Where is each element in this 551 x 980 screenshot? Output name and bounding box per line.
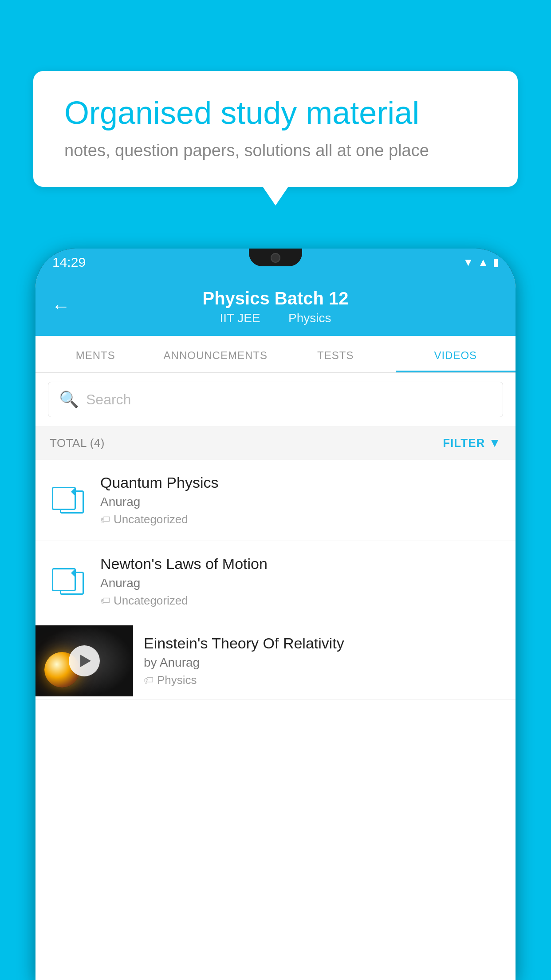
subtitle-iitjee: IIT JEE [220,311,260,325]
documents-icon [52,568,84,595]
video-icon-wrap [48,487,88,514]
tag-label: Physics [157,673,197,687]
filter-icon: ▼ [488,436,501,450]
play-icon [80,655,91,667]
video-author: Anurag [100,495,503,509]
app-subtitle: IIT JEE Physics [53,311,498,325]
video-info: Einstein's Theory Of Relativity by Anura… [133,622,516,699]
video-tag: 🏷 Uncategorized [100,513,503,526]
documents-icon [52,487,84,514]
battery-icon: ▮ [493,256,499,269]
video-info: Quantum Physics Anurag 🏷 Uncategorized [100,474,503,526]
wifi-icon: ▼ [463,256,473,269]
video-title: Newton's Laws of Motion [100,555,503,573]
phone-screen: ← Physics Batch 12 IIT JEE Physics MENTS… [35,276,516,980]
video-author: Anurag [100,576,503,590]
filter-bar: TOTAL (4) FILTER ▼ [35,426,516,460]
tab-announcements[interactable]: ANNOUNCEMENTS [156,336,276,372]
tag-label: Uncategorized [114,594,188,608]
tab-ments[interactable]: MENTS [35,336,156,372]
tab-videos[interactable]: VIDEOS [396,336,516,372]
filter-button[interactable]: FILTER ▼ [443,436,501,450]
thumbnail [35,625,133,696]
status-bar: 14:29 ▼ ▲ ▮ [35,249,516,276]
tabs-bar: MENTS ANNOUNCEMENTS TESTS VIDEOS [35,336,516,373]
video-info: Newton's Laws of Motion Anurag 🏷 Uncateg… [100,555,503,608]
doc-front [52,568,76,591]
front-camera [271,253,280,263]
video-item-thumbnail[interactable]: Einstein's Theory Of Relativity by Anura… [35,622,516,700]
video-author: by Anurag [144,656,505,670]
search-container: 🔍 Search [35,373,516,426]
tag-icon: 🏷 [100,595,110,607]
search-icon: 🔍 [59,390,79,409]
video-item[interactable]: Newton's Laws of Motion Anurag 🏷 Uncateg… [35,541,516,622]
subtitle-separator [273,311,280,325]
app-header: ← Physics Batch 12 IIT JEE Physics [35,276,516,336]
total-count: TOTAL (4) [50,436,105,450]
app-title: Physics Batch 12 [53,288,498,308]
video-title: Quantum Physics [100,474,503,491]
video-title: Einstein's Theory Of Relativity [144,635,505,652]
video-tag: 🏷 Physics [144,673,505,687]
video-item[interactable]: Quantum Physics Anurag 🏷 Uncategorized [35,460,516,541]
signal-icon: ▲ [478,256,488,269]
status-icons: ▼ ▲ ▮ [463,256,499,269]
speech-bubble-title: Organised study material [64,95,487,130]
tag-label: Uncategorized [114,513,188,526]
play-button[interactable] [69,645,100,676]
doc-front [52,487,76,510]
subtitle-physics: Physics [288,311,331,325]
notch [249,249,302,266]
video-icon-wrap [48,568,88,595]
search-input[interactable]: Search [86,391,131,408]
video-tag: 🏷 Uncategorized [100,594,503,608]
filter-label: FILTER [443,436,485,450]
tag-icon: 🏷 [144,675,153,686]
tag-icon: 🏷 [100,514,110,526]
speech-bubble: Organised study material notes, question… [33,71,518,187]
speech-bubble-subtitle: notes, question papers, solutions all at… [64,141,487,160]
phone-frame: 14:29 ▼ ▲ ▮ ← Physics Batch 12 IIT JEE P… [35,249,516,980]
search-box[interactable]: 🔍 Search [48,382,503,417]
status-time: 14:29 [52,255,86,270]
back-button[interactable]: ← [51,296,70,317]
video-list: Quantum Physics Anurag 🏷 Uncategorized [35,460,516,700]
tab-tests[interactable]: TESTS [276,336,396,372]
